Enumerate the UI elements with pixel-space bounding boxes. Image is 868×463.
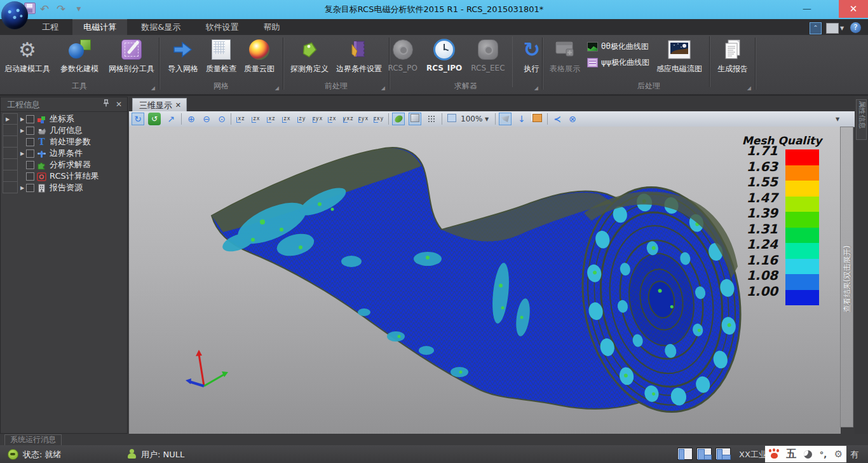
layout-bottom-panel-icon[interactable] <box>715 448 731 460</box>
tree-item-boundary-conditions[interactable]: ▶ 边界条件 <box>18 148 126 159</box>
gutter-cell[interactable] <box>3 159 18 170</box>
zoom-out-icon[interactable]: ⊖ <box>200 113 213 125</box>
ime-settings-gear-icon[interactable]: ⚙ <box>834 448 843 460</box>
group-expand-icon[interactable]: ◢ <box>275 85 279 91</box>
tab-em-computation[interactable]: 电磁计算 <box>72 19 127 36</box>
tab-view-results-collapsed[interactable]: 查看结果(双击展开) <box>840 127 853 427</box>
table-display-button[interactable]: 表格展示 <box>548 36 582 76</box>
import-mesh-button[interactable]: 导入网格 <box>166 36 200 76</box>
parametric-modeling-button[interactable]: 参数化建模 <box>58 36 100 76</box>
view-iso4-icon[interactable]: zxy <box>372 113 386 125</box>
zoom-dropdown-icon[interactable]: ▼ <box>485 116 489 122</box>
restore-button[interactable] <box>818 0 836 17</box>
view-iso1-icon[interactable]: zx <box>326 113 340 125</box>
tab-data-display[interactable]: 数据&显示 <box>130 19 191 35</box>
view-iso3-icon[interactable]: zyx <box>356 113 370 125</box>
rcs-po-button[interactable]: RCS_PO <box>386 36 419 74</box>
tree-item-preprocess-params[interactable]: T 前处理参数 <box>18 136 126 148</box>
generate-report-button[interactable]: 生成报告 <box>715 36 750 76</box>
rotate-view-icon[interactable]: ↻ <box>132 113 144 125</box>
ime-punctuation-icon[interactable]: °, <box>820 450 827 459</box>
tree-item-rcs-results[interactable]: RCS计算结果 <box>18 170 126 182</box>
layout-left-panel-icon[interactable] <box>677 448 693 460</box>
layout-split-panel-icon[interactable] <box>696 448 712 460</box>
viewport-3d[interactable]: Mesh Quality 1.71 1.63 1.55 1.47 1.39 1.… <box>129 127 841 434</box>
gutter-cell[interactable] <box>3 148 18 159</box>
tab-system-messages[interactable]: 系统运行消息 <box>4 434 62 446</box>
quick-access-dropdown-icon[interactable]: ▼ <box>72 3 85 15</box>
ime-fullhalf-moon-icon[interactable] <box>804 450 812 459</box>
view-front-icon[interactable]: xz <box>234 113 248 125</box>
orbit-refresh-icon[interactable]: ↺ <box>148 113 161 125</box>
checkbox[interactable] <box>26 115 34 123</box>
tab-project[interactable]: 工程 <box>31 19 69 35</box>
expand-icon[interactable]: ▶ <box>18 185 26 191</box>
view-left-icon[interactable]: xz <box>265 113 279 125</box>
tab-properties-collapsed[interactable]: 属性信息 <box>856 99 867 140</box>
close-button[interactable]: ✕ <box>839 0 868 18</box>
layers-icon[interactable] <box>531 113 543 125</box>
shaded-mode-icon[interactable] <box>392 113 405 125</box>
gutter-cell[interactable] <box>3 125 18 136</box>
expand-icon[interactable]: ▶ <box>18 151 26 156</box>
view-right-icon[interactable]: zx <box>280 113 294 125</box>
quality-cloud-button[interactable]: 质量云图 <box>242 36 276 76</box>
checkbox[interactable] <box>26 184 34 192</box>
expand-icon[interactable]: ▶ <box>18 128 26 134</box>
group-expand-icon[interactable]: ◢ <box>151 85 155 91</box>
close-panel-icon[interactable]: ✕ <box>114 99 124 109</box>
gutter-cell[interactable]: ▶ <box>3 113 18 125</box>
group-expand-icon[interactable]: ◢ <box>534 85 538 91</box>
checkbox[interactable] <box>26 149 34 158</box>
tree-item-coordinate-system[interactable]: ▶ 坐标系 <box>18 113 126 125</box>
help-icon[interactable]: ? <box>850 22 861 33</box>
tree-item-analysis-solver[interactable]: 分析求解器 <box>18 159 126 170</box>
rcs-eec-button[interactable]: RCS_EEC <box>469 36 506 74</box>
points-mode-icon[interactable] <box>425 113 438 125</box>
checkbox[interactable] <box>26 161 34 169</box>
pin-icon[interactable] <box>101 99 111 109</box>
tab-help[interactable]: 帮助 <box>253 19 291 35</box>
view-back-icon[interactable]: zx <box>250 113 264 125</box>
zoom-window-icon[interactable]: ⊙ <box>215 113 228 125</box>
quality-check-button[interactable]: 质量检查 <box>204 36 238 76</box>
expand-icon[interactable]: ▶ <box>18 116 26 122</box>
checkbox[interactable] <box>26 127 34 135</box>
view-top-icon[interactable]: zy <box>295 113 309 125</box>
wireframe-mode-icon[interactable] <box>409 113 421 125</box>
gutter-cell[interactable] <box>3 136 18 148</box>
share-flow-icon[interactable]: ≺ <box>551 113 564 125</box>
ime-wubi-mode[interactable]: 五 <box>786 448 796 461</box>
pan-zoom-extents-icon[interactable]: ↗ <box>165 113 177 125</box>
window-style-icon[interactable] <box>826 23 839 34</box>
tree-item-geometry-info[interactable]: ▶ 几何信息 <box>18 125 126 136</box>
psi-polarization-curve-button[interactable]: ψψ极化曲线图 <box>587 57 649 68</box>
zoom-level-icon[interactable] <box>445 113 458 125</box>
minimize-button[interactable]: — <box>798 0 816 17</box>
group-expand-icon[interactable]: ◢ <box>747 85 751 91</box>
ime-logo-icon[interactable] <box>769 449 779 459</box>
group-expand-icon[interactable]: ◢ <box>381 85 385 91</box>
theta-polarization-curve-button[interactable]: θθ极化曲线图 <box>587 41 649 52</box>
close-view-icon[interactable]: ⊗ <box>566 113 579 125</box>
checkbox[interactable] <box>26 172 34 181</box>
detection-angle-button[interactable]: 探测角定义 <box>288 36 330 76</box>
mesh-partition-tool-button[interactable]: 网格剖分工具 <box>107 36 156 76</box>
view-bottom-icon[interactable]: zyx <box>311 113 325 125</box>
redo-icon[interactable]: ↷ <box>55 3 67 15</box>
undo-icon[interactable]: ↶ <box>38 3 51 15</box>
tab-software-settings[interactable]: 软件设置 <box>195 19 250 35</box>
gutter-cell[interactable] <box>3 170 18 182</box>
select-mode-icon[interactable] <box>499 113 512 125</box>
checkbox[interactable] <box>26 138 34 146</box>
zoom-level-value[interactable]: 100% <box>461 114 482 123</box>
rcs-ipo-button[interactable]: RCS_IPO <box>424 36 464 74</box>
launch-modeling-tool-button[interactable]: ⚙ 启动建模工具 <box>3 36 52 76</box>
down-arrow-icon[interactable]: ↓ <box>515 113 528 125</box>
collapse-ribbon-icon[interactable]: ⌃ <box>810 22 822 34</box>
execute-button[interactable]: ↻ 执行 <box>518 36 546 76</box>
app-logo-icon[interactable] <box>1 1 28 29</box>
close-tab-icon[interactable]: ✕ <box>175 99 181 112</box>
toolbar-overflow-icon[interactable]: ▼ <box>836 116 839 122</box>
tab-3d-display[interactable]: 三维显示 ✕ <box>132 98 187 111</box>
